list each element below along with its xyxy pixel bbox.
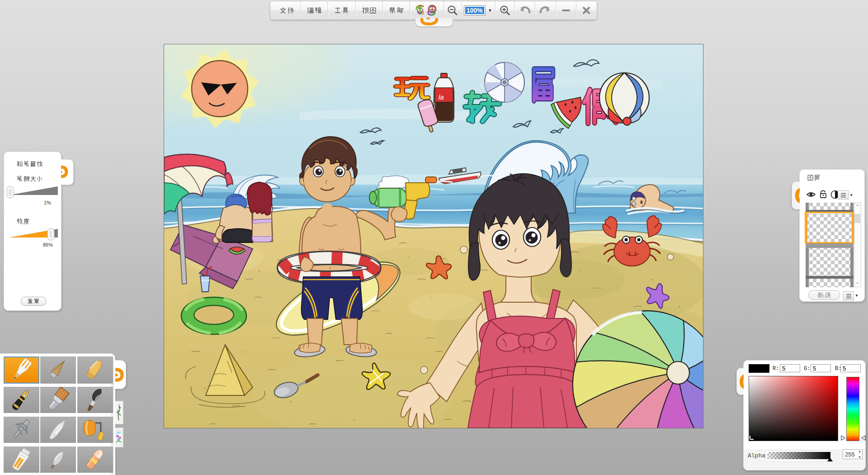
svg-text:la: la [439, 93, 444, 101]
